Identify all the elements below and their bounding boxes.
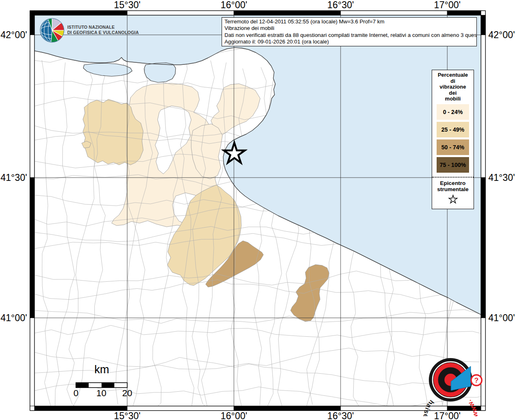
axis-label-top-1630: 16°30' bbox=[312, 0, 369, 11]
scalebar-tick-0: 0 bbox=[64, 388, 88, 399]
event-info-box: Terremoto del 12-04-2011 05:32:55 (ora l… bbox=[222, 17, 477, 46]
scalebar-tick-10: 10 bbox=[89, 388, 114, 399]
legend-swatch-3: 75 - 100% bbox=[437, 157, 469, 173]
earthquake-map-page: ISTITUTO NAZIONALE DI GEOFISICA E VULCAN… bbox=[0, 0, 515, 420]
axis-label-bottom-1600: 16°00' bbox=[205, 411, 263, 420]
axis-label-top-1600: 16°00' bbox=[205, 0, 263, 11]
axis-label-top-1700: 17°00' bbox=[419, 0, 476, 11]
data-disclaimer: Dati non verificati estratti da 88 quest… bbox=[224, 32, 474, 39]
axis-label-right-4200: 42°00' bbox=[488, 30, 515, 41]
axis-label-left-4100: 41°00' bbox=[0, 313, 27, 324]
legend-divider bbox=[432, 177, 474, 178]
ingv-line2: DI GEOFISICA E VULCANOLOGIA bbox=[67, 30, 139, 35]
event-title: Terremoto del 12-04-2011 05:32:55 (ora l… bbox=[224, 18, 474, 25]
map-subject: Vibrazione dei mobili bbox=[224, 25, 474, 32]
logo-www: www. bbox=[465, 398, 479, 416]
map-legend: Percentuale di vibrazione dei mobili 0 -… bbox=[432, 70, 474, 209]
legend-swatch-2: 50 - 74% bbox=[437, 139, 469, 155]
haisentitoilterremoto-logo: ? haisentitoilterremoto.it www. bbox=[416, 345, 488, 416]
ingv-line1: ISTITUTO NAZIONALE bbox=[67, 25, 139, 30]
legend-epicenter-star-icon bbox=[447, 194, 459, 205]
legend-epicenter-label: Epicentro strumentale bbox=[432, 180, 474, 193]
axis-label-bottom-1630: 16°30' bbox=[312, 411, 369, 420]
scalebar-unit: km bbox=[74, 363, 130, 376]
axis-label-bottom-1530: 15°30' bbox=[98, 411, 156, 420]
legend-classes: 0 - 24%25 - 49%50 - 74%75 - 100% bbox=[432, 104, 474, 173]
legend-swatch-1: 25 - 49% bbox=[437, 122, 469, 137]
axis-label-top-1530: 15°30' bbox=[98, 0, 156, 11]
updated-at: Aggiornato il: 09-01-2026 20:01 (ora loc… bbox=[224, 39, 474, 45]
scalebar-tick-20: 20 bbox=[115, 388, 140, 399]
axis-label-right-4130: 41°30' bbox=[488, 172, 515, 183]
axis-label-right-4100: 41°00' bbox=[488, 313, 515, 324]
ingv-wordmark: ISTITUTO NAZIONALE DI GEOFISICA E VULCAN… bbox=[67, 25, 139, 35]
legend-class-label: 50 - 74% bbox=[441, 144, 464, 151]
legend-class-label: 25 - 49% bbox=[441, 126, 464, 133]
axis-label-left-4200: 42°00' bbox=[0, 30, 27, 41]
axis-label-left-4130: 41°30' bbox=[0, 172, 27, 183]
legend-swatch-0: 0 - 24% bbox=[437, 104, 469, 120]
logo-arc-text: haisentitoilterremoto bbox=[422, 399, 468, 416]
logo-question-mark: ? bbox=[474, 377, 478, 384]
svg-text:www.: www. bbox=[465, 398, 479, 416]
ingv-globe-logo-icon bbox=[39, 18, 65, 43]
legend-class-label: 75 - 100% bbox=[440, 162, 466, 168]
legend-title: Percentuale di vibrazione dei mobili bbox=[432, 72, 474, 102]
legend-class-label: 0 - 24% bbox=[443, 109, 462, 115]
